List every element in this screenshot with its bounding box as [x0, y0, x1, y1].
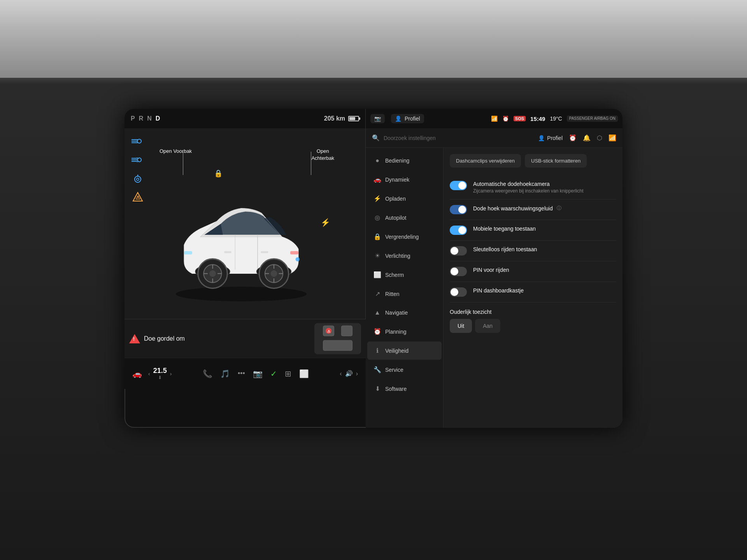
profile-header-btn[interactable]: 👤 Profiel [391, 114, 424, 123]
auto-camera-info: Automatische dodehoekcamera Zijcamera we… [473, 181, 616, 194]
media-icon[interactable]: 🎵 [220, 369, 230, 378]
profile-search-icon: 👤 [538, 135, 545, 141]
right-panel: 📷 👤 Profiel 📶 ⏰ SOS 15:49 19°C PASSENGER… [366, 109, 622, 428]
setting-pin-drive: PIN voor rijden [450, 261, 616, 282]
profile-header-label: Profiel [405, 116, 420, 122]
scherm-label: Scherm [385, 272, 404, 278]
setting-pin-glovebox: PIN dashboardkastje [450, 282, 616, 303]
sidebar-item-dynamiek[interactable]: 🚗 Dynamiek [367, 170, 442, 189]
car-view-area [156, 171, 327, 319]
autopilot-icon: ◎ [374, 214, 381, 221]
bediening-label: Bediening [385, 158, 409, 164]
volume-nav-right[interactable]: › [356, 370, 358, 377]
parental-off-btn[interactable]: Uit [450, 319, 472, 333]
headlights-icon [131, 134, 145, 148]
toggle-keyless-drive[interactable] [450, 246, 467, 256]
toggle-knob-5 [451, 268, 458, 275]
seatbelt-icon: ⚠ [131, 190, 145, 204]
svg-rect-42 [323, 340, 352, 350]
pin-glovebox-info: PIN dashboardkastje [473, 287, 616, 294]
sidebar-item-bediening[interactable]: ● Bediening [367, 152, 442, 170]
tire-pressure-icon: ! [131, 172, 145, 186]
toggle-knob-4 [451, 247, 458, 255]
camera-btn[interactable]: 📷 [370, 114, 385, 123]
sidebar-item-planning[interactable]: ⏰ Planning [367, 322, 442, 341]
parental-on-btn[interactable]: Aan [475, 319, 500, 333]
temperature-control: ‹ 21.5 ⬇ › [148, 367, 172, 380]
svg-rect-41 [341, 326, 352, 336]
prnd-display: P R N D [131, 115, 161, 122]
car-status-icon[interactable]: 🚗 [132, 369, 142, 378]
dashcam-btn[interactable]: Dashcamclips verwijderen [450, 154, 521, 168]
sidebar-item-scherm[interactable]: ⬜ Scherm [367, 266, 442, 284]
window-icon[interactable]: ⬜ [299, 369, 309, 378]
gear-p: P [131, 115, 136, 122]
parental-label: Ouderlijk toezicht [450, 309, 616, 315]
mobile-access-info: Mobiele toegang toestaan [473, 226, 616, 232]
taskbar: 🚗 ‹ 21.5 ⬇ › 📞 🎵 ••• 📷 ✓ [124, 358, 366, 389]
toggle-auto-camera[interactable] [450, 181, 467, 190]
fog-lights-icon [131, 153, 145, 167]
usb-btn[interactable]: USB-stick formatteren [525, 154, 587, 168]
service-label: Service [385, 367, 403, 373]
dashboard-background [0, 0, 747, 78]
alert-message: ! Doe gordel om [129, 334, 308, 343]
sidebar-item-vergrendeling[interactable]: 🔒 Vergrendeling [367, 228, 442, 246]
taskbar-right: ‹ 🔊 › [340, 370, 358, 377]
temp-increase-btn[interactable]: › [170, 371, 172, 377]
mobile-access-label: Mobiele toegang toestaan [473, 226, 616, 232]
sidebar-item-service[interactable]: 🔧 Service [367, 360, 442, 379]
toggle-pin-glovebox[interactable] [450, 287, 467, 297]
toggle-knob [458, 182, 466, 189]
sidebar-item-navigatie[interactable]: ▲ Navigatie [367, 304, 442, 322]
temp-value: 21.5 [153, 367, 167, 375]
wifi-icon[interactable]: 📶 [608, 134, 616, 142]
verlichting-icon: ☀ [374, 252, 381, 259]
toggle-knob-2 [458, 206, 466, 214]
sidebar-item-software[interactable]: ⬇ Software [367, 380, 442, 398]
sidebar-nav: ● Bediening 🚗 Dynamiek ⚡ Opladen ◎ Autop… [366, 148, 444, 428]
svg-rect-36 [290, 251, 298, 254]
profile-search-btn[interactable]: 👤 Profiel [538, 135, 563, 141]
software-label: Software [385, 386, 407, 392]
alarm-icon[interactable]: ⏰ [569, 134, 577, 142]
autopilot-label: Autopilot [385, 215, 406, 221]
toggle-mobile-access[interactable] [450, 226, 467, 235]
toggle-blind-spot[interactable] [450, 205, 467, 214]
bluetooth-icon[interactable]: ⬡ [597, 134, 602, 142]
toggle-pin-drive[interactable] [450, 267, 467, 276]
sidebar-item-veiligheid[interactable]: ℹ Veiligheid [367, 341, 442, 360]
temp-decrease-btn[interactable]: ‹ [148, 371, 150, 377]
setting-mobile-access: Mobiele toegang toestaan [450, 220, 616, 241]
camera-icon[interactable]: 📷 [253, 369, 263, 378]
sidebar-item-opladen[interactable]: ⚡ Opladen [367, 189, 442, 208]
svg-text:⚠: ⚠ [327, 329, 330, 333]
sos-label[interactable]: SOS [514, 116, 526, 121]
svg-rect-38 [261, 251, 268, 253]
opladen-label: Opladen [385, 196, 406, 202]
sidebar-item-ritten[interactable]: ↗ Ritten [367, 285, 442, 303]
outer-frame: P R N D 205 km [0, 0, 747, 560]
profile-search-label: Profiel [547, 135, 563, 141]
clock-display: 15:49 [530, 116, 545, 122]
phone-icon[interactable]: 📞 [203, 369, 212, 378]
taskbar-left: 🚗 ‹ 21.5 ⬇ › [132, 367, 172, 380]
sidebar-item-verlichting[interactable]: ☀ Verlichting [367, 247, 442, 265]
apps-dots-icon[interactable]: ••• [238, 369, 245, 378]
info-icon[interactable]: ⓘ [557, 205, 561, 212]
bediening-icon: ● [374, 157, 381, 164]
action-buttons-area: Dashcamclips verwijderen USB-stick forma… [450, 154, 616, 168]
sidebar-item-autopilot[interactable]: ◎ Autopilot [367, 208, 442, 227]
grid-icon[interactable]: ⊞ [285, 369, 291, 378]
search-placeholder[interactable]: Doorzoek instellingen [384, 135, 436, 141]
search-icon: 🔍 [372, 134, 380, 142]
ritten-icon: ↗ [374, 290, 381, 298]
left-panel: P R N D 205 km [124, 109, 366, 389]
svg-point-30 [271, 270, 277, 277]
svg-rect-35 [184, 251, 192, 254]
volume-nav-left[interactable]: ‹ [340, 370, 342, 377]
bell-icon[interactable]: 🔔 [583, 134, 591, 142]
vergrendeling-icon: 🔒 [374, 233, 381, 240]
gear-r: R [139, 115, 144, 122]
checkmark-icon[interactable]: ✓ [270, 369, 277, 378]
